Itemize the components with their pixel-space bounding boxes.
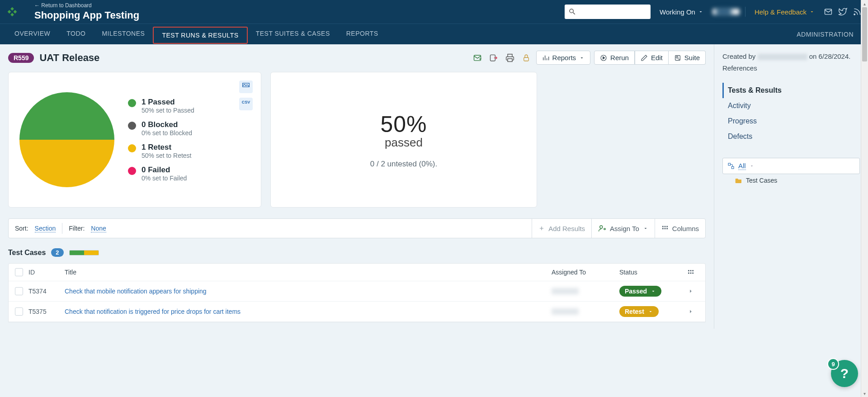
- filter-value-link[interactable]: None: [91, 225, 106, 232]
- print-icon[interactable]: [504, 52, 516, 64]
- chevron-down-icon: [750, 164, 754, 168]
- download-image-button[interactable]: [239, 80, 253, 93]
- header-title[interactable]: Title: [65, 269, 552, 276]
- percent-passed-label: passed: [385, 136, 423, 150]
- rerun-button[interactable]: Rerun: [594, 51, 635, 65]
- svg-rect-26: [692, 273, 693, 274]
- side-nav-progress[interactable]: Progress: [722, 113, 860, 129]
- nav-test-suites-cases[interactable]: TEST SUITES & CASES: [248, 24, 338, 45]
- percent-passed-card: 50% passed 0 / 2 untested (0%).: [270, 72, 537, 208]
- table-row[interactable]: T5375 Check that notification is trigger…: [9, 302, 705, 322]
- svg-rect-27: [728, 163, 731, 165]
- untested-summary: 0 / 2 untested (0%).: [370, 160, 437, 169]
- results-toolbar: Sort: Section Filter: None Add Results A…: [8, 218, 706, 238]
- header-columns-menu[interactable]: [683, 269, 699, 276]
- working-on-dropdown[interactable]: Working On: [656, 5, 707, 19]
- app-logo[interactable]: [6, 6, 18, 18]
- legend-retest: 1 Retest50% set to Retest: [128, 143, 194, 159]
- bird-icon[interactable]: [838, 7, 847, 16]
- svg-rect-28: [731, 166, 734, 169]
- expand-row[interactable]: [683, 288, 699, 294]
- select-all-checkbox[interactable]: [15, 268, 23, 276]
- chart-icon: [542, 54, 549, 61]
- sort-value-link[interactable]: Section: [35, 225, 56, 232]
- svg-rect-24: [688, 273, 689, 274]
- row-checkbox[interactable]: [15, 307, 23, 316]
- status-pie-chart: [19, 92, 114, 187]
- svg-rect-23: [692, 270, 693, 271]
- svg-rect-22: [690, 270, 692, 271]
- test-title-link[interactable]: Check that mobile notification appears f…: [65, 288, 552, 295]
- run-title: UAT Release: [39, 52, 99, 64]
- download-arrow-icon: [244, 87, 248, 91]
- tree-test-cases[interactable]: Test Cases: [722, 174, 860, 185]
- chevron-down-icon: [651, 288, 656, 294]
- header-assigned-to[interactable]: Assigned To: [552, 269, 619, 276]
- svg-rect-19: [664, 228, 665, 229]
- expand-row[interactable]: [683, 308, 699, 315]
- svg-rect-16: [664, 226, 665, 227]
- assign-to-dropdown[interactable]: Assign To: [591, 219, 655, 238]
- suite-button[interactable]: Suite: [669, 51, 706, 65]
- edit-button[interactable]: Edit: [635, 51, 669, 65]
- columns-icon: [687, 269, 694, 276]
- project-title: Shopping App Testing: [34, 9, 139, 21]
- subscribe-icon[interactable]: [471, 52, 484, 64]
- svg-rect-8: [508, 58, 512, 61]
- svg-rect-0: [10, 7, 14, 11]
- percent-passed-value: 50%: [380, 111, 427, 137]
- download-csv-button[interactable]: CSV: [239, 98, 253, 110]
- nav-reports[interactable]: REPORTS: [338, 24, 387, 45]
- svg-rect-20: [666, 228, 668, 229]
- mail-icon[interactable]: [824, 7, 833, 16]
- tree-all-link[interactable]: All: [727, 162, 855, 170]
- help-feedback-dropdown[interactable]: Help & Feedback: [751, 5, 818, 19]
- status-pie-card: 1 Passed50% set to Passed 0 Blocked0% se…: [8, 72, 261, 208]
- test-id: T5374: [28, 288, 65, 295]
- nav-test-runs-results[interactable]: TEST RUNS & RESULTS: [153, 27, 247, 44]
- dot-passed: [128, 99, 136, 107]
- row-checkbox[interactable]: [15, 287, 23, 295]
- run-id-badge: R559: [8, 53, 34, 63]
- legend-blocked: 0 Blocked0% set to Blocked: [128, 120, 194, 137]
- export-icon[interactable]: [487, 52, 500, 64]
- section-progress-bar: [69, 250, 99, 255]
- status-pill[interactable]: Retest: [619, 306, 659, 317]
- side-nav-tests-results[interactable]: Tests & Results: [722, 83, 860, 98]
- reports-dropdown-button[interactable]: Reports: [536, 51, 591, 65]
- nav-overview[interactable]: OVERVIEW: [6, 24, 58, 45]
- user-menu-dropdown[interactable]: [712, 9, 740, 15]
- svg-rect-18: [662, 228, 664, 229]
- status-pill[interactable]: Passed: [619, 286, 661, 297]
- columns-button[interactable]: Columns: [655, 219, 705, 238]
- svg-point-12: [676, 56, 678, 58]
- search-input[interactable]: [565, 5, 651, 19]
- svg-rect-25: [690, 273, 692, 274]
- nav-todo[interactable]: TODO: [58, 24, 94, 45]
- add-results-button[interactable]: Add Results: [532, 219, 591, 238]
- lock-icon[interactable]: [520, 52, 533, 64]
- legend-passed: 1 Passed50% set to Passed: [128, 98, 194, 114]
- side-panel: Created by on 6/28/2024. References Test…: [714, 44, 868, 329]
- assign-icon: [598, 224, 606, 232]
- filter-label: Filter:: [69, 225, 85, 232]
- header-status[interactable]: Status: [619, 269, 683, 276]
- side-nav-activity[interactable]: Activity: [722, 98, 860, 113]
- nav-milestones[interactable]: MILESTONES: [94, 24, 153, 45]
- test-title-link[interactable]: Check that notification is triggered for…: [65, 308, 552, 315]
- rss-icon[interactable]: [853, 7, 862, 16]
- plus-icon: [538, 225, 545, 232]
- chevron-down-icon: [809, 9, 815, 14]
- header-id[interactable]: ID: [28, 269, 65, 276]
- play-circle-icon: [600, 54, 607, 61]
- table-row[interactable]: T5374 Check that mobile notification app…: [9, 281, 705, 302]
- main-nav: OVERVIEW TODO MILESTONES TEST RUNS & RES…: [0, 24, 868, 44]
- svg-rect-1: [8, 10, 11, 14]
- test-id: T5375: [28, 308, 65, 315]
- return-to-dashboard-link[interactable]: ← Return to Dashboard: [34, 2, 139, 9]
- section-count-badge: 2: [51, 248, 63, 257]
- svg-rect-21: [688, 270, 689, 271]
- section-title: Test Cases: [8, 249, 46, 257]
- nav-administration[interactable]: ADMINISTRATION: [788, 31, 862, 38]
- side-nav-defects[interactable]: Defects: [722, 129, 860, 144]
